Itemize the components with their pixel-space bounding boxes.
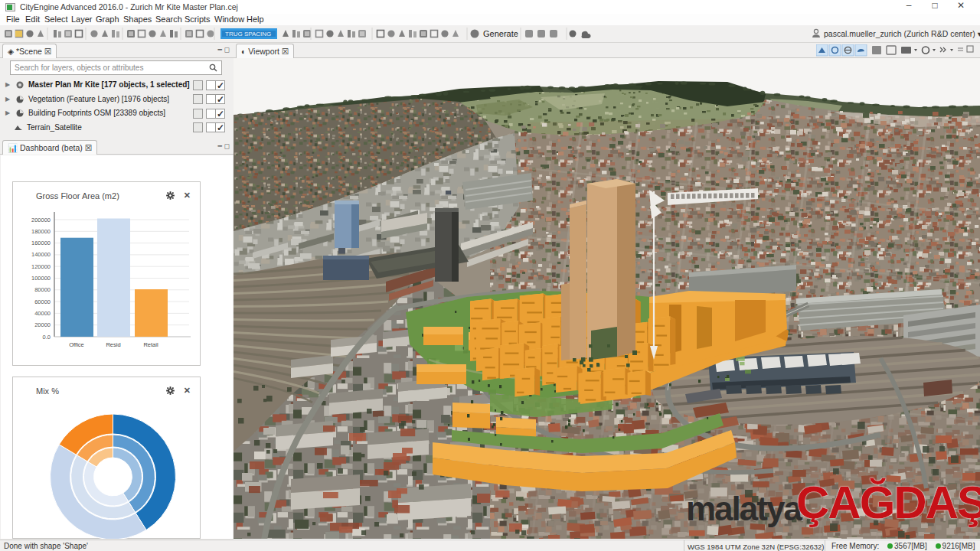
svg-text:Resid: Resid <box>106 341 120 348</box>
svg-text:120000: 120000 <box>31 263 51 270</box>
svg-text:Generate: Generate <box>483 29 518 38</box>
svg-text:Retail: Retail <box>143 341 158 348</box>
svg-text:160000: 160000 <box>31 240 51 246</box>
svg-text:80000: 80000 <box>34 286 51 293</box>
svg-text:100000: 100000 <box>31 275 51 282</box>
svg-text:0.0: 0.0 <box>43 334 51 341</box>
svg-text:Office: Office <box>69 341 83 348</box>
svg-text:180000: 180000 <box>31 228 51 235</box>
svg-text:200000: 200000 <box>31 217 51 223</box>
svg-text:60000: 60000 <box>34 298 51 305</box>
svg-text:pascal.mueller_zurich (Zurich: pascal.mueller_zurich (Zurich R&D center… <box>824 29 980 38</box>
svg-text:40000: 40000 <box>34 310 51 317</box>
svg-text:20000: 20000 <box>34 321 51 328</box>
svg-text:140000: 140000 <box>31 251 51 258</box>
svg-text:TRUG SPACING: TRUG SPACING <box>225 31 271 37</box>
